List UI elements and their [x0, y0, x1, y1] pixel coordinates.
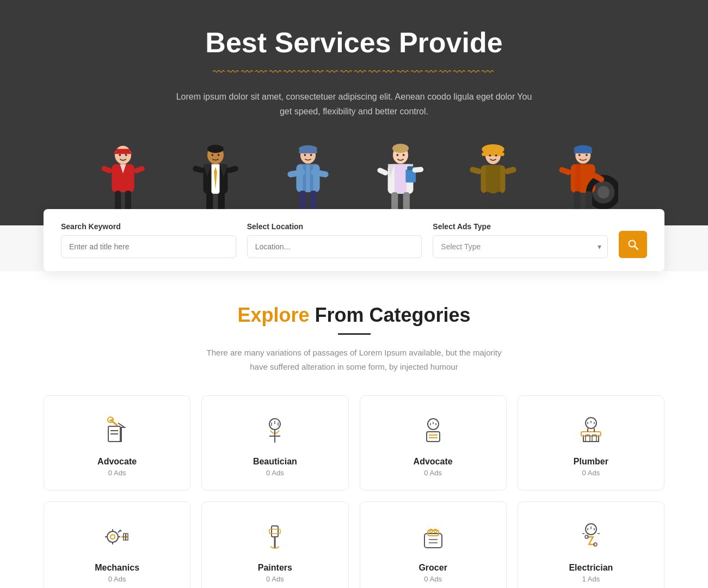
category-icon-beautician [257, 413, 292, 448]
hero-section: Best Services Provide 〰〰〰〰〰〰〰〰〰〰〰〰〰〰〰〰〰〰… [0, 0, 708, 225]
svg-rect-28 [303, 164, 306, 193]
category-card-advocate[interactable]: Advocate 0 Ads [44, 395, 190, 491]
svg-rect-97 [581, 432, 601, 436]
category-ads-4: 0 Ads [55, 575, 179, 583]
keyword-field: Search Keyword [61, 222, 236, 258]
svg-point-0 [115, 146, 131, 164]
svg-point-67 [597, 186, 610, 199]
hero-title: Best Services Provide [11, 26, 697, 59]
svg-rect-65 [575, 164, 580, 193]
categories-section: Explore From Categories There are many v… [0, 271, 708, 588]
svg-point-37 [392, 144, 409, 153]
svg-rect-27 [296, 164, 319, 193]
category-icon-grocer [416, 519, 451, 554]
svg-point-102 [107, 531, 118, 542]
section-underline [338, 333, 371, 335]
ads-type-field: Select Ads Type Select Type Service Ads … [433, 222, 608, 258]
category-ads-0: 0 Ads [55, 469, 179, 477]
svg-point-103 [110, 535, 115, 539]
svg-rect-44 [376, 167, 389, 176]
category-name-5: Painters [213, 563, 337, 573]
svg-point-72 [578, 154, 580, 156]
svg-point-10 [125, 154, 127, 156]
section-title-highlight: Explore [237, 304, 309, 326]
section-title-rest: From Categories [309, 304, 470, 326]
ads-type-wrapper: Select Type Service Ads Product Ads Job … [433, 235, 608, 258]
location-field: Select Location [247, 222, 422, 258]
svg-rect-108 [272, 526, 278, 537]
keyword-label: Search Keyword [61, 222, 236, 231]
svg-rect-6 [125, 191, 131, 212]
search-icon [627, 239, 638, 250]
category-name-0: Advocate [55, 457, 179, 467]
svg-rect-29 [310, 164, 313, 193]
category-name-1: Beautician [213, 457, 337, 467]
category-ads-7: 1 Ads [529, 575, 653, 583]
svg-rect-58 [504, 167, 516, 175]
ads-type-select[interactable]: Select Type Service Ads Product Ads Job … [433, 235, 608, 258]
svg-rect-8 [133, 166, 145, 174]
section-title: Explore From Categories [44, 304, 664, 327]
location-label: Select Location [247, 222, 422, 231]
svg-point-73 [586, 154, 588, 156]
svg-point-48 [396, 154, 398, 156]
category-card-advocate2[interactable]: Advocate 0 Ads [360, 395, 507, 491]
ads-type-label: Select Ads Type [433, 222, 608, 231]
svg-rect-20 [192, 166, 205, 174]
svg-rect-7 [101, 166, 113, 174]
svg-point-9 [119, 154, 121, 156]
category-name-6: Grocer [371, 563, 495, 573]
svg-line-75 [635, 246, 638, 249]
category-card-painters[interactable]: Painters 0 Ads [201, 501, 348, 588]
category-name-2: Advocate [371, 457, 495, 467]
svg-rect-39 [394, 164, 407, 194]
category-card-electrician[interactable]: Electrician 1 Ads [518, 501, 664, 588]
category-card-plumber[interactable]: Plumber 0 Ads [518, 395, 664, 491]
search-bar: Search Keyword Select Location Select Ad… [44, 209, 664, 271]
search-button[interactable] [619, 231, 647, 258]
section-description: There are many variations of passages of… [202, 346, 507, 373]
svg-rect-1 [115, 149, 130, 153]
svg-rect-52 [482, 152, 504, 156]
hero-divider: 〰〰〰〰〰〰〰〰〰〰〰〰〰〰〰〰〰〰〰〰 [11, 65, 697, 79]
category-icon-plumber [574, 413, 608, 448]
category-ads-5: 0 Ads [213, 575, 337, 583]
category-icon-advocate2 [416, 413, 451, 448]
svg-rect-26 [299, 151, 317, 154]
svg-point-34 [304, 154, 306, 156]
svg-rect-69 [558, 167, 572, 176]
svg-rect-54 [485, 166, 500, 194]
category-icon-electrician [574, 519, 608, 554]
category-ads-6: 0 Ads [371, 575, 495, 583]
svg-rect-57 [469, 167, 482, 175]
svg-rect-21 [226, 166, 239, 174]
category-card-beautician[interactable]: Beautician 0 Ads [201, 395, 348, 491]
category-icon-painters [257, 519, 292, 554]
svg-point-23 [217, 154, 219, 156]
svg-point-49 [402, 154, 404, 156]
category-icon-advocate [100, 413, 134, 448]
category-name-4: Mechanics [55, 563, 179, 573]
svg-rect-90 [427, 432, 440, 442]
category-card-grocer[interactable]: Grocer 0 Ads [360, 501, 507, 588]
svg-rect-63 [574, 151, 592, 154]
svg-point-60 [495, 155, 497, 157]
svg-point-35 [310, 154, 312, 156]
category-name-3: Plumber [529, 457, 653, 467]
svg-point-12 [207, 145, 224, 153]
location-input[interactable] [247, 235, 422, 258]
category-ads-1: 0 Ads [213, 469, 337, 477]
keyword-input[interactable] [61, 235, 236, 258]
category-grid: Advocate 0 Ads Beautician 0 Ads Advocate… [44, 395, 664, 588]
category-ads-2: 0 Ads [371, 469, 495, 477]
svg-point-22 [211, 154, 213, 156]
category-name-7: Electrician [529, 563, 653, 573]
svg-point-59 [489, 155, 491, 157]
category-icon-mechanics [100, 519, 134, 554]
svg-rect-2 [114, 152, 132, 154]
section-header: Explore From Categories There are many v… [44, 304, 664, 373]
category-ads-3: 0 Ads [529, 469, 653, 477]
hero-subtitle: Lorem ipsum dolor sit amet, consectetuer… [169, 89, 539, 119]
category-card-mechanics[interactable]: Mechanics 0 Ads [44, 501, 190, 588]
svg-rect-5 [115, 191, 121, 212]
